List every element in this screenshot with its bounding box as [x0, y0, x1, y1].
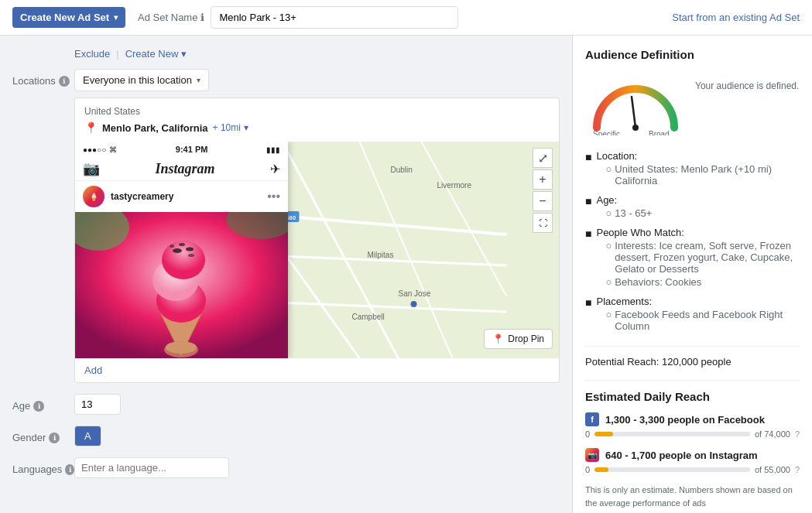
left-panel: Exclude | Create New ▾ Locations ℹ Every… — [0, 36, 572, 513]
facebook-zero: 0 — [585, 429, 590, 439]
post-options-icon[interactable]: ••• — [267, 190, 280, 203]
instagram-bar-bg — [594, 467, 750, 472]
age-label: Age ℹ — [12, 394, 74, 412]
pipe-divider: | — [116, 48, 118, 60]
country-label: United States — [84, 106, 550, 117]
chevron-down-icon: ▾ — [244, 122, 248, 133]
drop-pin-button[interactable]: 📍 Drop Pin — [484, 329, 553, 349]
languages-label: Languages ℹ — [12, 457, 74, 475]
city-name: Menlo Park, California — [102, 122, 208, 134]
gender-label: Gender ℹ — [12, 426, 74, 443]
location-label: Location: — [596, 150, 637, 162]
svg-point-27 — [173, 248, 182, 253]
instagram-reach-row: 📷 640 - 1,700 people on Instagram 0 of 5… — [585, 448, 800, 474]
instagram-header: 📷 Instagram ✈ — [75, 157, 288, 181]
create-new-adset-button[interactable]: Create New Ad Set ▾ — [12, 7, 125, 28]
location-box: United States 📍 Menlo Park, California +… — [74, 97, 560, 383]
drop-pin-icon: 📍 — [492, 333, 504, 344]
instagram-zero: 0 — [585, 465, 590, 474]
chevron-down-icon: ▾ — [114, 13, 118, 22]
gender-info-icon[interactable]: ℹ — [49, 433, 60, 443]
chevron-down-icon: ▾ — [181, 48, 187, 60]
chevron-down-icon: ▾ — [197, 76, 200, 84]
all-gender-button[interactable]: A — [74, 426, 101, 446]
add-location-link[interactable]: Add — [84, 364, 102, 376]
svg-point-16 — [411, 301, 417, 307]
radius-selector[interactable]: + 10mi ▾ — [213, 122, 248, 133]
languages-row: Languages ℹ — [12, 457, 560, 478]
locations-label: Locations ℹ — [12, 69, 74, 87]
estimated-daily-title: Estimated Daily Reach — [585, 380, 800, 403]
placements-value: Facebook Feeds and Facebook Right Column — [615, 309, 800, 332]
svg-text:Dublin: Dublin — [391, 166, 413, 174]
facebook-icon: f — [585, 412, 599, 426]
right-panel: Audience Definition — [572, 36, 812, 513]
languages-info-icon[interactable]: ℹ — [65, 464, 74, 475]
exclude-link[interactable]: Exclude — [74, 48, 110, 60]
age-label: Age: — [596, 194, 617, 206]
svg-text:Campbell: Campbell — [352, 313, 385, 321]
gender-row: Gender ℹ A — [12, 426, 560, 446]
exclude-bar: Exclude | Create New ▾ — [74, 48, 560, 60]
interests-value: Interests: Ice cream, Soft serve, Frozen… — [615, 240, 800, 275]
placements-label: Placements: — [596, 296, 652, 307]
age-row: Age ℹ — [12, 394, 560, 415]
location-value: United States: Menlo Park (+10 mi) Calif… — [615, 163, 800, 186]
estimate-note: This is only an estimate. Numbers shown … — [585, 484, 800, 509]
languages-content — [74, 457, 560, 478]
bullet-icon: ■ — [585, 227, 591, 240]
facebook-bar-bg — [594, 432, 750, 436]
svg-point-31 — [188, 254, 194, 257]
map-fullscreen-button[interactable]: ⛶ — [533, 213, 553, 233]
map-expand-button[interactable]: ⤢ — [533, 148, 553, 168]
facebook-bar-wrap: 0 of 74,000 ? — [585, 429, 800, 439]
age-info-icon[interactable]: ℹ — [33, 401, 44, 412]
menlo-park-row: 📍 Menlo Park, California + 10mi ▾ — [84, 121, 550, 134]
svg-text:Livermore: Livermore — [437, 181, 472, 190]
svg-point-29 — [179, 243, 185, 246]
facebook-reach-row: f 1,300 - 3,300 people on Facebook 0 of … — [585, 412, 800, 439]
map-zoom-out-button[interactable]: − — [533, 191, 553, 211]
start-from-existing-link[interactable]: Start from an existing Ad Set — [672, 12, 800, 23]
adset-name-label: Ad Set Name ℹ — [138, 12, 204, 23]
create-new-button[interactable]: Create New ▾ — [125, 48, 187, 60]
instagram-bar-wrap: 0 of 55,000 ? — [585, 465, 800, 474]
signal-dots: ●●●○○ — [83, 145, 106, 154]
bullet-icon: ■ — [585, 296, 591, 309]
svg-text:San Jose: San Jose — [399, 289, 431, 298]
location-type-dropdown[interactable]: Everyone in this location ▾ — [74, 69, 209, 91]
map-zoom-in-button[interactable]: + — [533, 169, 553, 190]
svg-point-30 — [170, 245, 174, 248]
instagram-bar-fill — [594, 467, 608, 472]
location-box-inner: United States 📍 Menlo Park, California +… — [75, 98, 559, 142]
gender-content: A — [74, 426, 560, 446]
create-button-label: Create New Ad Set — [20, 12, 109, 23]
adset-name-info-icon[interactable]: ℹ — [200, 12, 204, 23]
add-location-row: Add — [75, 358, 559, 382]
send-icon[interactable]: ✈ — [270, 162, 280, 176]
instagram-of-label: of 55,000 — [755, 465, 790, 474]
phone-time: 9:41 PM — [176, 145, 208, 154]
locations-info-icon[interactable]: ℹ — [59, 76, 70, 87]
phone-signal: ●●●○○ ⌘ — [83, 145, 117, 154]
main-content: Exclude | Create New ▾ Locations ℹ Every… — [0, 36, 812, 513]
instagram-question-icon[interactable]: ? — [795, 465, 800, 474]
languages-input[interactable] — [74, 457, 229, 478]
adset-name-input[interactable] — [211, 6, 458, 29]
people-match-label: People Who Match: — [596, 227, 684, 238]
locations-row: Locations ℹ Everyone in this location ▾ … — [12, 69, 560, 383]
phone-status-bar: ●●●○○ ⌘ 9:41 PM ▮▮▮ — [75, 142, 288, 157]
camera-icon[interactable]: 📷 — [83, 160, 100, 177]
bullet-icon: ■ — [585, 151, 591, 163]
svg-point-28 — [186, 248, 194, 251]
svg-text:Specific: Specific — [593, 130, 620, 135]
svg-point-33 — [164, 342, 198, 357]
facebook-question-icon[interactable]: ? — [795, 429, 800, 439]
instagram-logo: Instagram — [155, 161, 214, 177]
age-min-input[interactable] — [74, 394, 121, 415]
facebook-bar-fill — [594, 432, 613, 436]
map-controls: ⤢ + − ⛶ — [533, 148, 553, 233]
wifi-icon: ⌘ — [109, 145, 117, 154]
svg-text:Milpitas: Milpitas — [368, 251, 394, 259]
map-container: 680 Dublin Livermore San Jose Milpitas C… — [75, 142, 559, 358]
